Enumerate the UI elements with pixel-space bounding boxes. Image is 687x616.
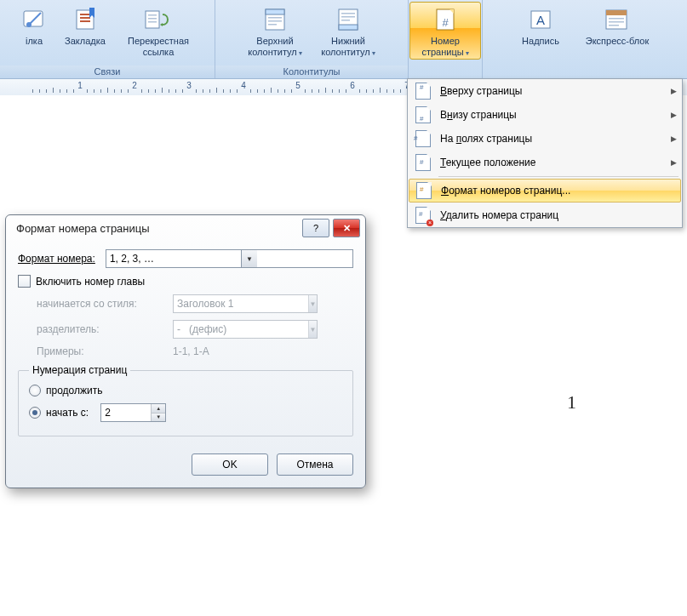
format-icon: # bbox=[416, 182, 432, 199]
crossref-label: Перекрестная ссылка bbox=[128, 36, 189, 58]
textbox-button[interactable]: A Надпись bbox=[508, 2, 573, 47]
group-body: ілка Закладка Перекрестная ссылка bbox=[12, 0, 203, 66]
chevron-down-icon[interactable]: ▼ bbox=[241, 250, 257, 267]
submenu-arrow-icon: ▶ bbox=[671, 158, 677, 167]
starts-style-label: начинается со стиля: bbox=[37, 298, 173, 310]
ok-button[interactable]: OK bbox=[192, 453, 268, 476]
submenu-arrow-icon: ▶ bbox=[671, 111, 677, 119]
header-button[interactable]: Верхний колонтитул▾ bbox=[238, 2, 312, 59]
ribbon-group-text: A Надпись Экспресс-блок bbox=[482, 0, 687, 78]
ribbon: ілка Закладка Перекрестная ссылка Связи bbox=[0, 0, 687, 79]
dd-format-page-numbers[interactable]: # Формат номеров страниц... bbox=[409, 179, 681, 202]
svg-rect-11 bbox=[266, 9, 284, 14]
dd-current-position[interactable]: # Текущее положение ▶ bbox=[408, 151, 682, 174]
start-at-label: начать с: bbox=[46, 407, 89, 419]
continue-label: продолжить bbox=[46, 385, 102, 396]
svg-rect-8 bbox=[148, 18, 157, 20]
svg-text:#: # bbox=[442, 16, 449, 29]
submenu-arrow-icon: ▶ bbox=[671, 87, 677, 95]
group-label-links: Связи bbox=[0, 66, 215, 78]
pagenumber-button[interactable]: # Номер страницы▾ bbox=[409, 2, 481, 60]
dd-remove-page-numbers[interactable]: #× Удалить номера страниц bbox=[408, 203, 682, 227]
cancel-button[interactable]: Отмена bbox=[277, 453, 353, 476]
number-format-combo[interactable]: ▼ bbox=[106, 249, 353, 268]
dd-page-margins[interactable]: # На полях страницы ▶ bbox=[408, 127, 682, 151]
ruler-number: 1 bbox=[77, 81, 83, 90]
page-top-icon: # bbox=[415, 83, 431, 100]
separator-label: разделитель: bbox=[37, 323, 173, 335]
chevron-down-icon: ▼ bbox=[308, 295, 317, 312]
dd-bottom-of-page[interactable]: # Внизу страницы ▶ bbox=[408, 103, 682, 127]
checkbox-icon bbox=[18, 275, 31, 288]
ruler-number: 2 bbox=[132, 81, 137, 90]
dialog-titlebar[interactable]: Формат номера страницы ? ✕ bbox=[6, 215, 365, 241]
ruler-number: 3 bbox=[186, 81, 192, 90]
include-chapter-checkbox[interactable]: Включить номер главы bbox=[18, 275, 145, 288]
quickparts-icon bbox=[602, 5, 633, 34]
pagenumber-label: Номер страницы▾ bbox=[421, 36, 468, 59]
svg-rect-6 bbox=[146, 11, 159, 28]
group-body: A Надпись Экспресс-блок bbox=[505, 0, 665, 66]
svg-rect-9 bbox=[148, 21, 157, 23]
close-button[interactable]: ✕ bbox=[333, 219, 360, 237]
page-bottom-icon: # bbox=[415, 106, 431, 123]
dialog-title: Формат номера страницы bbox=[16, 222, 150, 235]
spinner-up-icon[interactable]: ▲ bbox=[152, 404, 165, 414]
chevron-down-icon: ▼ bbox=[308, 321, 317, 338]
page-numbering-fieldset: Нумерация страниц продолжить начать с: ▲… bbox=[18, 364, 353, 436]
separator-combo: ▼ bbox=[173, 320, 318, 339]
svg-rect-27 bbox=[609, 21, 624, 23]
svg-rect-13 bbox=[268, 20, 282, 22]
start-at-radio[interactable]: начать с: bbox=[29, 407, 89, 419]
ruler-number: 6 bbox=[350, 81, 355, 90]
examples-value: 1-1, 1-A bbox=[173, 345, 209, 357]
svg-rect-28 bbox=[609, 25, 619, 26]
quickparts-label: Экспресс-блок bbox=[586, 36, 649, 47]
hyperlink-button[interactable]: ілка bbox=[15, 2, 53, 47]
dd-top-of-page[interactable]: # Вверху страницы ▶ bbox=[408, 79, 682, 103]
hyperlink-label: ілка bbox=[26, 36, 43, 47]
svg-rect-7 bbox=[148, 14, 157, 16]
include-chapter-label: Включить номер главы bbox=[36, 276, 145, 288]
page-margins-icon: # bbox=[415, 130, 431, 147]
svg-rect-18 bbox=[341, 16, 355, 18]
pagenumber-icon: # bbox=[430, 5, 461, 34]
start-at-value[interactable] bbox=[101, 404, 151, 421]
svg-rect-12 bbox=[268, 17, 282, 19]
svg-rect-19 bbox=[341, 20, 350, 21]
spinner-down-icon[interactable]: ▼ bbox=[152, 414, 165, 422]
menu-divider bbox=[438, 176, 678, 177]
bookmark-button[interactable]: Закладка bbox=[53, 2, 117, 47]
footer-button[interactable]: Нижний колонтитул▾ bbox=[312, 2, 385, 59]
examples-label: Примеры: bbox=[37, 345, 173, 357]
starts-style-value bbox=[174, 296, 308, 311]
separator-value bbox=[174, 322, 308, 337]
help-button[interactable]: ? bbox=[302, 219, 329, 237]
radio-icon bbox=[29, 407, 41, 419]
svg-point-1 bbox=[26, 22, 31, 27]
page-number-text: 1 bbox=[567, 391, 576, 414]
svg-rect-17 bbox=[341, 13, 355, 14]
svg-rect-14 bbox=[268, 24, 277, 26]
spacer bbox=[483, 66, 687, 78]
group-body: Верхний колонтитул▾ Нижний колонтитул▾ bbox=[235, 0, 388, 66]
footer-label: Нижний колонтитул▾ bbox=[321, 36, 375, 59]
chevron-down-icon: ▾ bbox=[299, 49, 302, 57]
crossref-button[interactable]: Перекрестная ссылка bbox=[117, 2, 199, 58]
page-number-format-dialog: Формат номера страницы ? ✕ Формат номера… bbox=[5, 214, 366, 488]
number-format-label: Формат номера: bbox=[18, 253, 95, 265]
header-label: Верхний колонтитул▾ bbox=[248, 36, 302, 59]
quickparts-button[interactable]: Экспресс-блок bbox=[573, 2, 661, 47]
start-at-spinner[interactable]: ▲ ▼ bbox=[100, 403, 166, 422]
textbox-icon: A bbox=[525, 5, 556, 34]
ribbon-group-links: ілка Закладка Перекрестная ссылка Связи bbox=[0, 0, 215, 78]
chevron-down-icon: ▾ bbox=[372, 49, 375, 57]
pagenumber-dropdown: # Вверху страницы ▶ # Внизу страницы ▶ #… bbox=[407, 78, 683, 228]
textbox-label: Надпись bbox=[522, 36, 559, 47]
svg-text:A: A bbox=[536, 13, 545, 27]
continue-radio[interactable]: продолжить bbox=[29, 385, 102, 396]
svg-rect-26 bbox=[609, 18, 624, 20]
ribbon-group-pagenum: # Номер страницы▾ bbox=[409, 0, 482, 78]
number-format-value[interactable] bbox=[106, 251, 241, 266]
bookmark-label: Закладка bbox=[65, 36, 106, 47]
